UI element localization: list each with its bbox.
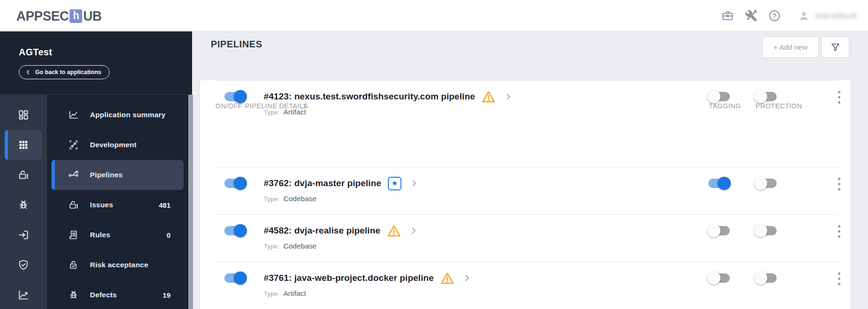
pipeline-open-chevron-icon[interactable] (504, 92, 512, 101)
bug-icon (17, 199, 30, 211)
application-header: AGTest Go back to applications (0, 31, 192, 95)
pipeline-open-chevron-icon[interactable] (409, 226, 418, 235)
rail-item-reports[interactable] (5, 280, 42, 309)
apps-grid-icon (17, 139, 30, 151)
exit-icon (17, 229, 30, 241)
sidebar-item-rules[interactable]: Rules 0 (52, 220, 184, 250)
pipeline-row: #4582: dvja-realise pipeline Type: Codeb… (200, 214, 851, 262)
sidebar-item-defects[interactable]: Defects 19 (52, 280, 184, 309)
briefcase-icon[interactable] (721, 9, 734, 23)
chevron-left-icon (25, 69, 31, 75)
bug-icon (68, 289, 79, 301)
filter-button[interactable] (821, 37, 849, 58)
pipeline-title: #4582: dvja-realise pipeline (264, 226, 380, 236)
pipeline-open-chevron-icon[interactable] (463, 274, 471, 282)
rail-item-security[interactable] (5, 250, 42, 280)
icon-rail (0, 95, 47, 309)
type-value: Codebase (283, 242, 317, 250)
go-back-button[interactable]: Go back to applications (19, 65, 110, 79)
unlock-alert-icon (68, 199, 79, 211)
pipeline-title: #3761: java-web-project.docker pipeline (264, 273, 434, 283)
pipeline-badge (387, 225, 401, 237)
sidebar-item-risk-acceptance[interactable]: Risk acceptance (52, 250, 184, 280)
rules-document-icon (68, 229, 79, 241)
rail-item-applications[interactable] (5, 130, 42, 160)
sidebar-scrollbar[interactable] (188, 95, 193, 309)
summary-chart-icon (68, 109, 79, 121)
pipeline-row: #4123: nexus.test.swordfishsecurity.com … (200, 80, 851, 128)
chart-icon (17, 289, 30, 301)
pipelines-card: ON/OFF PIPELINE DETAILS TAGGING PROTECTI… (200, 80, 851, 309)
pipeline-title: #3762: dvja-master pipeline (264, 178, 381, 188)
unlock-alert-icon (17, 169, 30, 181)
shield-check-icon (17, 259, 30, 271)
rail-item-defects[interactable] (5, 190, 42, 220)
pipeline-row: #3762: dvja-master pipeline Type: Codeba… (200, 167, 851, 214)
type-label: Type: (264, 290, 279, 297)
type-label: Type: (264, 109, 279, 116)
protection-toggle[interactable] (755, 226, 777, 235)
help-icon[interactable]: ? (768, 9, 781, 23)
star-badge-icon (388, 177, 401, 190)
menu-count: 481 (159, 201, 184, 209)
type-value: Codebase (283, 195, 317, 203)
pipeline-badge (482, 90, 496, 103)
dashboard-icon (17, 109, 30, 121)
row-menu-kebab-icon[interactable] (835, 270, 843, 287)
logo-text-right: UB (83, 8, 102, 24)
menu-count: 19 (163, 291, 184, 299)
tagging-toggle[interactable] (708, 226, 730, 235)
main-content: PIPELINES + Add new ON/OFF PIPELINE DETA… (193, 31, 868, 309)
type-label: Type: (264, 243, 279, 250)
pipelines-icon (68, 169, 79, 181)
logo-text-left: APPSEC (16, 8, 69, 24)
protection-toggle[interactable] (755, 179, 777, 188)
type-value: Artifact (283, 289, 306, 298)
filter-funnel-icon (831, 42, 840, 52)
user-menu[interactable]: AGLADILIN (798, 10, 857, 22)
row-menu-kebab-icon[interactable] (835, 223, 843, 240)
tagging-toggle[interactable] (708, 273, 730, 283)
pipeline-onoff-toggle[interactable] (224, 92, 246, 101)
warning-icon (440, 272, 454, 285)
sidebar-menu: Application summary Development Pipeline… (47, 95, 188, 309)
top-bar-actions: ? AGLADILIN (721, 0, 857, 31)
user-icon (798, 10, 810, 22)
tagging-toggle[interactable] (708, 179, 730, 188)
sidebar-item-issues[interactable]: Issues 481 (52, 190, 184, 220)
user-name: AGLADILIN (815, 12, 857, 20)
protection-toggle[interactable] (755, 92, 777, 101)
pipeline-badge (440, 272, 454, 285)
development-icon (68, 139, 79, 151)
rail-item-issues[interactable] (5, 160, 42, 190)
pipeline-row: #3761: java-web-project.docker pipeline … (200, 262, 851, 309)
application-name: AGTest (19, 47, 192, 58)
rail-item-dashboard[interactable] (5, 100, 42, 130)
add-new-button[interactable]: + Add new (762, 37, 819, 58)
row-menu-kebab-icon[interactable] (835, 175, 843, 192)
lock-check-icon (68, 259, 79, 271)
tools-icon[interactable] (744, 9, 757, 23)
sidebar-item-application-summary[interactable]: Application summary (52, 100, 184, 130)
pipeline-open-chevron-icon[interactable] (410, 179, 418, 188)
appsechub-logo: APPSEC h UB (16, 8, 102, 24)
type-label: Type: (264, 196, 279, 203)
sidebar-item-pipelines[interactable]: Pipelines (52, 160, 184, 190)
sidebar-item-development[interactable]: Development (52, 130, 184, 160)
tagging-toggle[interactable] (708, 92, 730, 101)
row-menu-kebab-icon[interactable] (835, 89, 843, 106)
pipeline-title: #4123: nexus.test.swordfishsecurity.com … (264, 91, 475, 102)
protection-toggle[interactable] (755, 273, 777, 283)
page-title: PIPELINES (211, 39, 262, 50)
warning-icon (482, 90, 496, 103)
pipeline-badge (388, 177, 401, 190)
type-value: Artifact (283, 108, 306, 116)
rail-item-exit[interactable] (5, 220, 42, 250)
logo-cube-icon: h (70, 9, 82, 23)
pipeline-onoff-toggle[interactable] (224, 226, 246, 235)
pipeline-onoff-toggle[interactable] (224, 273, 246, 283)
pipeline-onoff-toggle[interactable] (224, 179, 246, 188)
warning-icon (387, 225, 401, 237)
top-bar: APPSEC h UB ? AG (0, 0, 868, 31)
menu-count: 0 (167, 231, 184, 239)
